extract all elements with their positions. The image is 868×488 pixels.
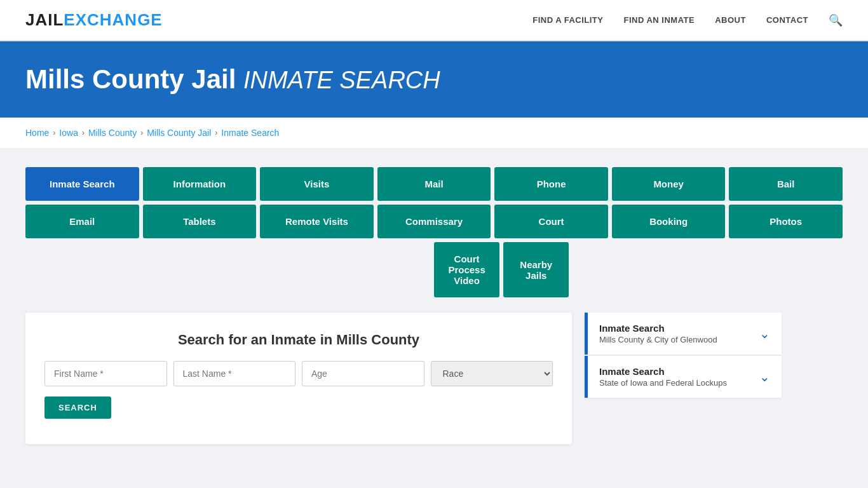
hero-banner: Mills County Jail INMATE SEARCH	[0, 41, 868, 118]
tab-court[interactable]: Court	[494, 205, 608, 238]
sidebar-item-text-1: Inmate Search Mills County & City of Gle…	[599, 323, 717, 344]
logo-jail: JAIL	[25, 10, 64, 29]
tabs-row3: Court Process Video Nearby Jails	[434, 242, 569, 297]
breadcrumb-iowa[interactable]: Iowa	[59, 128, 78, 138]
tab-nearby-jails[interactable]: Nearby Jails	[503, 242, 569, 297]
title-bold: Mills County Jail	[25, 64, 236, 94]
sidebar: Inmate Search Mills County & City of Gle…	[585, 313, 782, 444]
breadcrumb-jail[interactable]: Mills County Jail	[147, 128, 211, 138]
search-icon[interactable]: 🔍	[829, 13, 843, 27]
tab-information[interactable]: Information	[143, 167, 257, 201]
breadcrumb-sep-1: ›	[53, 128, 55, 137]
chevron-down-icon-1: ⌄	[759, 326, 770, 341]
sidebar-item-iowa-federal[interactable]: Inmate Search State of Iowa and Federal …	[585, 356, 782, 398]
tab-bail[interactable]: Bail	[729, 167, 843, 201]
first-name-input[interactable]	[44, 361, 167, 386]
tabs-row2: Email Tablets Remote Visits Commissary C…	[25, 205, 843, 238]
sidebar-item-title-1: Inmate Search	[599, 323, 717, 334]
search-button[interactable]: SEARCH	[44, 396, 111, 419]
tab-mail[interactable]: Mail	[377, 167, 491, 201]
race-select[interactable]: Race White Black Hispanic Asian Native A…	[431, 361, 553, 386]
breadcrumb-sep-2: ›	[82, 128, 85, 137]
search-title: Search for an Inmate in Mills County	[44, 332, 553, 348]
breadcrumb-home[interactable]: Home	[25, 128, 49, 138]
sidebar-item-sub-1: Mills County & City of Glenwood	[599, 335, 717, 344]
tab-commissary[interactable]: Commissary	[377, 205, 491, 238]
tab-court-process-video[interactable]: Court Process Video	[434, 242, 499, 297]
tab-photos[interactable]: Photos	[729, 205, 843, 238]
breadcrumb-sep-3: ›	[140, 128, 143, 137]
chevron-down-icon-2: ⌄	[759, 369, 770, 384]
main-nav: FIND A FACILITY FIND AN INMATE ABOUT CON…	[532, 13, 843, 27]
sidebar-item-title-2: Inmate Search	[599, 366, 727, 377]
search-form: Race White Black Hispanic Asian Native A…	[44, 361, 553, 386]
breadcrumb-county[interactable]: Mills County	[88, 128, 137, 138]
main-content: Inmate Search Information Visits Mail Ph…	[0, 148, 868, 463]
tabs-row3-wrapper: Court Process Video Nearby Jails	[25, 242, 843, 297]
age-input[interactable]	[302, 361, 424, 386]
nav-find-inmate[interactable]: FIND AN INMATE	[623, 15, 695, 25]
lower-section: Search for an Inmate in Mills County Rac…	[25, 313, 843, 444]
sidebar-item-text-2: Inmate Search State of Iowa and Federal …	[599, 366, 727, 388]
tab-visits[interactable]: Visits	[260, 167, 374, 201]
site-logo[interactable]: JAILEXCHANGE	[25, 10, 163, 30]
site-header: JAILEXCHANGE FIND A FACILITY FIND AN INM…	[0, 0, 868, 41]
title-italic: INMATE SEARCH	[243, 67, 440, 93]
tab-tablets[interactable]: Tablets	[143, 205, 257, 238]
tabs-row1: Inmate Search Information Visits Mail Ph…	[25, 167, 843, 201]
tab-booking[interactable]: Booking	[612, 205, 726, 238]
nav-contact[interactable]: CONTACT	[766, 15, 808, 25]
row3-spacer	[25, 242, 430, 297]
tab-remote-visits[interactable]: Remote Visits	[260, 205, 374, 238]
nav-find-facility[interactable]: FIND A FACILITY	[532, 15, 603, 25]
tab-email[interactable]: Email	[25, 205, 139, 238]
tab-money[interactable]: Money	[612, 167, 726, 201]
tab-inmate-search[interactable]: Inmate Search	[25, 167, 139, 201]
breadcrumb: Home › Iowa › Mills County › Mills Count…	[0, 118, 868, 148]
breadcrumb-current: Inmate Search	[221, 128, 279, 138]
logo-exchange: EXCHANGE	[64, 10, 162, 29]
page-title: Mills County Jail INMATE SEARCH	[25, 64, 843, 95]
sidebar-item-sub-2: State of Iowa and Federal Lockups	[599, 378, 727, 388]
nav-about[interactable]: ABOUT	[715, 15, 746, 25]
tab-phone[interactable]: Phone	[494, 167, 608, 201]
sidebar-item-mills-county[interactable]: Inmate Search Mills County & City of Gle…	[585, 313, 782, 355]
breadcrumb-sep-4: ›	[215, 128, 217, 137]
last-name-input[interactable]	[173, 361, 296, 386]
search-card: Search for an Inmate in Mills County Rac…	[25, 313, 572, 444]
